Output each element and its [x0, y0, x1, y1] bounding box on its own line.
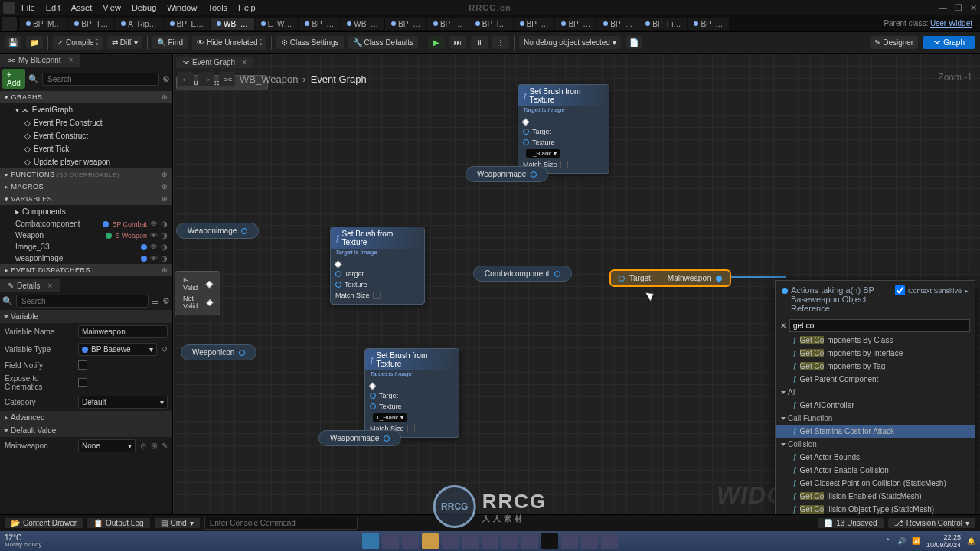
weaponimage-getter-2[interactable]: Weaponimage: [176, 223, 259, 239]
details-search[interactable]: [16, 295, 149, 308]
variables-section[interactable]: ▾ VARIABLES⊕: [0, 193, 172, 205]
browse-asset-icon[interactable]: ⊞: [151, 442, 157, 450]
find-button[interactable]: 🔍 Find: [152, 36, 188, 49]
event-dispatchers-section[interactable]: ▸ EVENT DISPATCHERS⊕: [0, 264, 172, 276]
cmd-dropdown[interactable]: ▤ Cmd ▾: [155, 518, 200, 528]
reset-icon[interactable]: ↺: [162, 345, 168, 354]
weaponicon-getter[interactable]: Weaponicon: [181, 344, 256, 360]
file-tab[interactable]: BP_…: [427, 18, 469, 30]
context-category[interactable]: Call Function: [776, 412, 975, 425]
file-tab[interactable]: E_W…: [255, 18, 299, 30]
diff-button[interactable]: ⇄ Diff ▾: [107, 36, 142, 49]
context-menu-item[interactable]: ƒ Get Actor Bounds: [776, 451, 975, 464]
context-menu-item[interactable]: ƒ Get Components by Interface: [776, 347, 975, 360]
expose-cinematics-checkbox[interactable]: [78, 378, 87, 387]
nav-fwd-icon[interactable]: →: [198, 72, 214, 86]
file-tab[interactable]: BP_…: [688, 18, 729, 30]
app-icon[interactable]: [601, 533, 618, 549]
components-category[interactable]: ▸ Components: [0, 205, 172, 218]
unreal-icon[interactable]: [541, 533, 558, 549]
file-tab[interactable]: BP_M…: [20, 18, 67, 30]
set-brush-node-2[interactable]: ƒSet Brush from Texture Target is Image …: [330, 227, 425, 305]
pick-icon[interactable]: ⊙: [140, 442, 146, 450]
play-icon[interactable]: ▶: [428, 36, 445, 49]
context-menu-item[interactable]: ƒ Get Collision Object Type (StaticMesh): [776, 503, 975, 514]
system-tray[interactable]: ⌃🔊📶 22:2510/09/2024 🔔: [885, 533, 975, 549]
context-menu-item[interactable]: ƒ Get Actor Enable Collision: [776, 464, 975, 477]
blueprint-context-menu[interactable]: Actions taking a(n) BP Baseweapon Object…: [775, 280, 975, 514]
menu-window[interactable]: Window: [167, 3, 197, 12]
pause-icon[interactable]: ⏸: [471, 36, 488, 49]
graphs-section[interactable]: ▾ GRAPHS⊕: [0, 91, 172, 103]
variable-name-input[interactable]: [78, 325, 168, 338]
settings-gear-icon[interactable]: ⚙: [162, 74, 170, 84]
menu-help[interactable]: Help: [238, 3, 256, 12]
start-icon[interactable]: [362, 533, 379, 549]
context-menu-item[interactable]: ƒ Get AIController: [776, 399, 975, 412]
context-category[interactable]: AI: [776, 386, 975, 399]
set-brush-node-3[interactable]: ƒSet Brush from Texture Target is Image …: [364, 348, 459, 438]
add-graph-icon[interactable]: ⊕: [162, 93, 168, 101]
menu-debug[interactable]: Debug: [132, 3, 156, 12]
menu-edit[interactable]: Edit: [46, 3, 60, 12]
explorer-icon[interactable]: [422, 533, 439, 549]
file-tab[interactable]: A_Rip…: [115, 18, 162, 30]
revision-control-button[interactable]: ⎇ Revision Control ▾: [888, 518, 975, 528]
menu-file[interactable]: File: [21, 3, 35, 12]
advanced-group[interactable]: Advanced: [0, 411, 172, 424]
field-notify-checkbox[interactable]: [78, 360, 87, 370]
validate-result-fragment[interactable]: Is Valid Not Valid: [175, 271, 220, 315]
default-value-group[interactable]: Default Value: [0, 424, 172, 437]
context-menu-item[interactable]: ƒ Get Stamina Cost for Attack: [776, 425, 975, 438]
taskview-icon[interactable]: [402, 533, 419, 549]
macros-section[interactable]: ▸ MACROS⊕: [0, 181, 172, 193]
step-icon[interactable]: ⏭: [449, 36, 466, 49]
variable-row[interactable]: Image_33👁◑: [0, 241, 172, 253]
menu-tools[interactable]: Tools: [207, 3, 227, 12]
variable-type-dropdown[interactable]: BP Basewe▾: [78, 343, 157, 356]
class-settings-button[interactable]: ⚙ Class Settings: [276, 36, 344, 49]
context-menu-item[interactable]: ƒ Get Components By Class: [776, 334, 975, 347]
content-drawer-button[interactable]: 📂 Content Drawer: [5, 518, 83, 528]
app-icon[interactable]: [581, 533, 598, 549]
event-item[interactable]: ◇ Update player weapon: [0, 155, 172, 168]
details-view-icon[interactable]: ☰: [152, 296, 159, 306]
file-tab[interactable]: BP_…: [514, 18, 555, 30]
maximize-icon[interactable]: ❐: [955, 3, 962, 13]
clear-search-icon[interactable]: ✕: [780, 321, 786, 330]
nav-back-icon[interactable]: ←: [178, 72, 194, 86]
output-log-button[interactable]: 📋 Output Log: [87, 518, 149, 528]
event-item[interactable]: ◇ Event Tick: [0, 142, 172, 155]
app-icon[interactable]: [561, 533, 578, 549]
file-tab[interactable]: BP_I…: [469, 18, 513, 30]
eventgraph-item[interactable]: ▾ ⫘ EventGraph: [0, 103, 172, 116]
graph-mode-button[interactable]: ⫘ Graph: [923, 36, 975, 49]
parent-class-link[interactable]: User Widget: [930, 19, 972, 28]
close-tab-icon[interactable]: ×: [69, 56, 74, 64]
file-tab[interactable]: BP_…: [299, 18, 340, 30]
weaponimage-getter-1[interactable]: Weaponimage: [466, 166, 548, 182]
event-item[interactable]: ◇ Event Pre Construct: [0, 116, 172, 129]
nav-home-icon[interactable]: ⫘: [219, 72, 235, 86]
unsaved-indicator[interactable]: 📄 13 Unsaved: [818, 518, 883, 528]
crumb-class[interactable]: WB_Weapon: [240, 73, 298, 85]
weaponimage-getter-3[interactable]: Weaponimage: [318, 430, 401, 446]
weather-widget[interactable]: 12°C Mostly cloudy: [5, 534, 41, 548]
context-sensitive-checkbox[interactable]: [895, 285, 905, 295]
file-tab[interactable]: BP_T…: [68, 18, 114, 30]
more-icon[interactable]: ⋮: [492, 36, 509, 49]
browse-icon[interactable]: 📁: [26, 36, 43, 49]
context-menu-item[interactable]: ƒ Get Closest Point on Collision (Static…: [776, 477, 975, 490]
variable-row[interactable]: weaponimage👁◑: [0, 253, 172, 264]
hide-unrelated-button[interactable]: 👁 Hide Unrelated ⦙: [192, 36, 266, 50]
event-item[interactable]: ◇ Event Construct: [0, 129, 172, 142]
save-icon[interactable]: 💾: [5, 36, 21, 49]
my-blueprint-tab[interactable]: ⫘ My Blueprint×: [0, 54, 80, 67]
category-dropdown[interactable]: Default▾: [78, 396, 168, 409]
close-icon[interactable]: ✕: [970, 3, 977, 13]
menu-view[interactable]: View: [103, 3, 121, 12]
minimize-icon[interactable]: —: [939, 3, 947, 13]
app-icon[interactable]: [482, 533, 498, 549]
debug-object-dropdown[interactable]: No debug object selected ▾: [519, 36, 621, 49]
context-search-input[interactable]: [789, 319, 970, 332]
